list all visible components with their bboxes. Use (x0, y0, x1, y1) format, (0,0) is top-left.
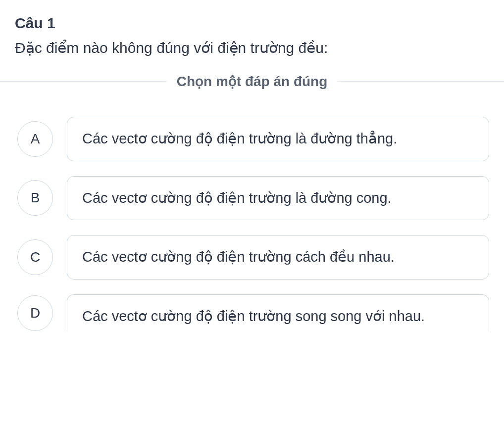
instruction-divider: Chọn một đáp án đúng (0, 73, 504, 90)
option-text-a: Các vectơ cường độ điện trường là đường … (67, 117, 489, 161)
question-header: Câu 1 Đặc điểm nào không đúng với điện t… (15, 15, 489, 58)
option-c[interactable]: C Các vectơ cường độ điện trường cách đề… (17, 235, 489, 280)
question-number: Câu 1 (15, 15, 489, 32)
option-text-d: Các vectơ cường độ điện trường song song… (67, 294, 489, 332)
options-container: A Các vectơ cường độ điện trường là đườn… (15, 117, 489, 332)
option-letter-c: C (17, 239, 53, 275)
option-d[interactable]: D Các vectơ cường độ điện trường song so… (17, 294, 489, 332)
option-text-c: Các vectơ cường độ điện trường cách đều … (67, 235, 489, 280)
option-b[interactable]: B Các vectơ cường độ điện trường là đườn… (17, 176, 489, 221)
option-letter-b: B (17, 180, 53, 216)
option-letter-d: D (17, 295, 53, 331)
option-letter-a: A (17, 121, 53, 157)
divider-line-right (337, 81, 504, 82)
option-a[interactable]: A Các vectơ cường độ điện trường là đườn… (17, 117, 489, 161)
question-text: Đặc điểm nào không đúng với điện trường … (15, 38, 489, 58)
instruction-text: Chọn một đáp án đúng (167, 73, 338, 90)
divider-line-left (0, 81, 167, 82)
option-text-b: Các vectơ cường độ điện trường là đường … (67, 176, 489, 221)
